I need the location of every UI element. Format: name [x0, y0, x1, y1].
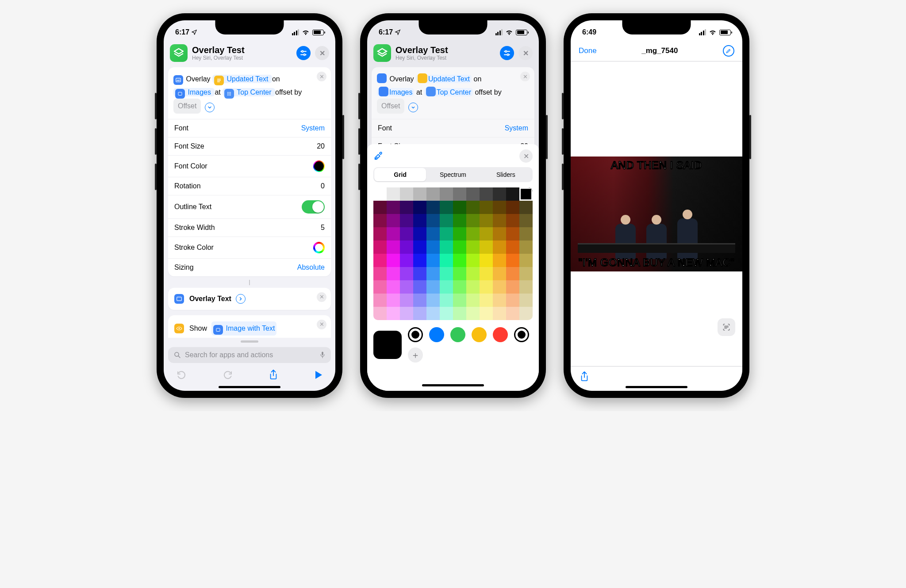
color-cell[interactable]	[519, 201, 533, 214]
color-cell[interactable]	[506, 187, 519, 201]
picker-mode-segment[interactable]: Grid Spectrum Sliders	[373, 167, 533, 182]
color-cell[interactable]	[440, 307, 453, 320]
color-cell[interactable]	[519, 254, 533, 267]
color-cell[interactable]	[426, 280, 440, 294]
color-cell[interactable]	[426, 307, 440, 320]
remove-action-button[interactable]: ✕	[317, 292, 326, 302]
color-cell[interactable]	[506, 294, 519, 307]
color-cell[interactable]	[480, 307, 493, 320]
color-cell[interactable]	[480, 227, 493, 241]
color-cell[interactable]	[413, 241, 426, 254]
redo-button[interactable]	[223, 370, 233, 380]
color-cell[interactable]	[519, 294, 533, 307]
eyedropper-button[interactable]	[373, 151, 383, 161]
color-cell[interactable]	[413, 187, 426, 201]
search-field[interactable]: Search for apps and actions	[168, 347, 331, 363]
color-cell[interactable]	[480, 214, 493, 227]
color-cell[interactable]	[453, 227, 466, 241]
font-color-row[interactable]: Font Color	[168, 155, 331, 177]
image-token[interactable]: Image with Text	[226, 325, 275, 332]
color-cell[interactable]	[426, 227, 440, 241]
color-cell[interactable]	[426, 294, 440, 307]
undo-button[interactable]	[176, 370, 187, 380]
color-cell[interactable]	[466, 201, 480, 214]
font-row[interactable]: Font System	[168, 119, 331, 137]
color-cell[interactable]	[387, 241, 400, 254]
color-cell[interactable]	[387, 201, 400, 214]
color-cell[interactable]	[506, 227, 519, 241]
color-cell[interactable]	[413, 201, 426, 214]
color-cell[interactable]	[480, 254, 493, 267]
color-cell[interactable]	[426, 201, 440, 214]
collapse-toggle[interactable]	[205, 103, 215, 112]
color-cell[interactable]	[426, 187, 440, 201]
quicklook-card[interactable]: ✕ Show Image with Text in Quick Look	[168, 315, 331, 338]
color-cell[interactable]	[453, 214, 466, 227]
color-cell[interactable]	[466, 307, 480, 320]
color-cell[interactable]	[387, 307, 400, 320]
color-cell[interactable]	[373, 227, 387, 241]
color-grid[interactable]	[373, 187, 533, 320]
color-cell[interactable]	[413, 227, 426, 241]
quicklook-canvas[interactable]: AND THEN I SAID "I'M GONNA BUY A NEW MAC…	[571, 61, 742, 366]
home-indicator[interactable]	[219, 386, 280, 388]
color-cell[interactable]	[413, 294, 426, 307]
updated-text-token[interactable]: Updated Text	[226, 75, 268, 83]
tab-sliders[interactable]: Sliders	[480, 168, 532, 181]
color-cell[interactable]	[400, 241, 413, 254]
color-cell[interactable]	[519, 241, 533, 254]
color-cell[interactable]	[373, 201, 387, 214]
recent-swatch[interactable]	[450, 327, 465, 342]
color-cell[interactable]	[466, 214, 480, 227]
remove-action-button[interactable]: ✕	[317, 72, 326, 81]
color-cell[interactable]	[440, 254, 453, 267]
color-cell[interactable]	[480, 294, 493, 307]
color-cell[interactable]	[453, 294, 466, 307]
color-cell[interactable]	[413, 254, 426, 267]
color-cell[interactable]	[519, 214, 533, 227]
color-cell[interactable]	[413, 214, 426, 227]
remove-action-button[interactable]: ✕	[317, 320, 326, 329]
actions-scroll[interactable]: ✕ Overlay Updated Text on	[164, 67, 335, 338]
color-cell[interactable]	[373, 294, 387, 307]
color-cell[interactable]	[480, 201, 493, 214]
color-cell[interactable]	[466, 254, 480, 267]
color-cell[interactable]	[493, 227, 506, 241]
color-cell[interactable]	[387, 280, 400, 294]
color-cell[interactable]	[413, 307, 426, 320]
home-indicator[interactable]	[422, 384, 484, 386]
expand-toggle[interactable]	[236, 294, 246, 304]
color-cell[interactable]	[453, 187, 466, 201]
run-button[interactable]	[314, 370, 323, 380]
settings-button[interactable]	[296, 46, 311, 60]
color-cell[interactable]	[373, 214, 387, 227]
color-cell[interactable]	[506, 201, 519, 214]
color-cell[interactable]	[400, 294, 413, 307]
color-cell[interactable]	[400, 201, 413, 214]
add-swatch-button[interactable]: ＋	[408, 347, 423, 363]
overlay-text-card[interactable]: ✕ Overlay Text	[168, 288, 331, 310]
color-cell[interactable]	[453, 201, 466, 214]
stroke-width-row[interactable]: Stroke Width 5	[168, 218, 331, 237]
color-cell[interactable]	[519, 267, 533, 280]
recent-swatch[interactable]	[514, 327, 529, 342]
color-cell[interactable]	[466, 280, 480, 294]
color-cell[interactable]	[440, 227, 453, 241]
color-cell[interactable]	[506, 307, 519, 320]
color-cell[interactable]	[506, 254, 519, 267]
tab-spectrum[interactable]: Spectrum	[427, 168, 479, 181]
recent-swatch[interactable]	[493, 327, 508, 342]
tab-grid[interactable]: Grid	[374, 168, 426, 181]
color-cell[interactable]	[480, 241, 493, 254]
share-button[interactable]	[269, 369, 278, 381]
color-cell[interactable]	[426, 214, 440, 227]
color-cell[interactable]	[387, 294, 400, 307]
recent-swatch[interactable]	[408, 327, 423, 342]
color-cell[interactable]	[493, 307, 506, 320]
color-cell[interactable]	[506, 267, 519, 280]
recent-swatch[interactable]	[429, 327, 444, 342]
color-cell[interactable]	[440, 201, 453, 214]
outline-text-toggle[interactable]	[302, 200, 325, 214]
color-cell[interactable]	[506, 241, 519, 254]
color-cell[interactable]	[480, 187, 493, 201]
